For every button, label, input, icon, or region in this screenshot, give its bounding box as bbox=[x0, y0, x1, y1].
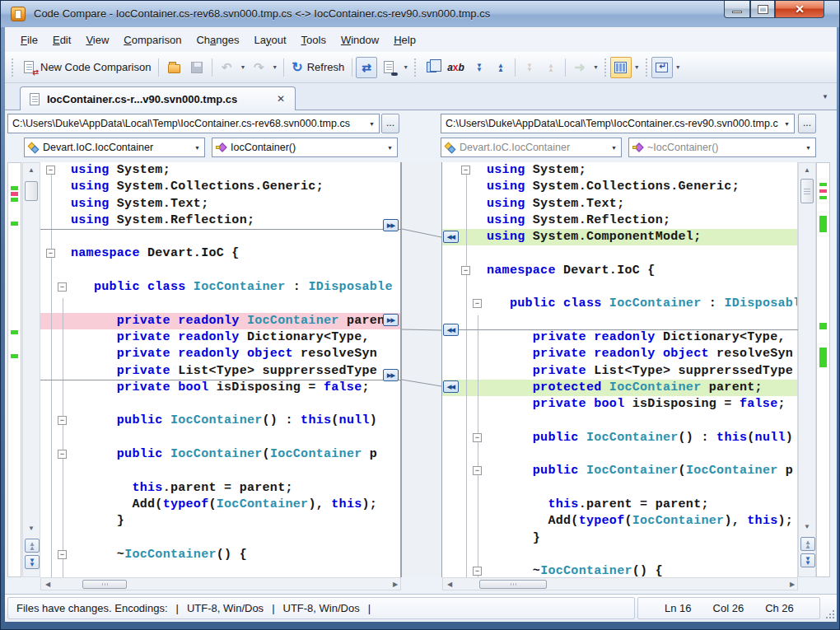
scroll-left-icon[interactable]: ◀ bbox=[443, 579, 456, 590]
code-line[interactable] bbox=[442, 480, 797, 497]
code-line[interactable]: − ~IocContainer() { bbox=[40, 547, 400, 563]
left-horizontal-scrollbar[interactable]: ◀ ▶ bbox=[40, 577, 401, 590]
scroll-left-icon[interactable]: ◀ bbox=[41, 579, 54, 590]
code-line[interactable]: −namespace Devart.IoC { bbox=[442, 263, 797, 279]
find-dropdown[interactable]: ▼ bbox=[400, 64, 411, 70]
code-line[interactable] bbox=[40, 296, 400, 312]
scroll-right-icon[interactable]: ▶ bbox=[389, 579, 402, 590]
merge-left-button[interactable]: ◀◀ bbox=[443, 324, 459, 336]
code-line[interactable]: this.parent = parent; bbox=[40, 480, 400, 497]
code-line[interactable] bbox=[442, 279, 797, 296]
fold-collapse-icon[interactable]: − bbox=[46, 249, 55, 258]
left-hscroll-thumb[interactable] bbox=[82, 580, 127, 589]
fold-collapse-icon[interactable]: − bbox=[58, 550, 67, 559]
fold-collapse-icon[interactable]: − bbox=[461, 166, 470, 175]
code-line[interactable]: − public IocContainer(IocContainer p bbox=[40, 446, 400, 463]
tab-ioccontainer[interactable]: IocContainer.cs-r...v90.svn000.tmp.cs ✕ bbox=[20, 86, 296, 110]
copy-change-button[interactable]: ➜ bbox=[569, 57, 590, 78]
left-class-combobox[interactable]: Devart.IoC.IocContainer ▼ bbox=[24, 138, 205, 157]
right-hscroll-thumb[interactable] bbox=[479, 580, 547, 589]
fold-collapse-icon[interactable]: − bbox=[58, 450, 67, 459]
code-line[interactable] bbox=[442, 413, 797, 429]
open-file-button[interactable] bbox=[162, 57, 185, 78]
merge-left-button[interactable]: ◀◀ bbox=[443, 231, 459, 243]
code-line[interactable]: using System.Reflection; bbox=[442, 212, 797, 229]
code-line[interactable]: − public class IocContainer : IDisposabl… bbox=[40, 279, 400, 296]
merge-right-button[interactable]: ▶▶ bbox=[383, 219, 399, 231]
left-prev-change-scroll-button[interactable]: ▲▲ bbox=[25, 539, 40, 553]
find-button[interactable] bbox=[377, 57, 400, 78]
titlebar[interactable]: Code Compare - IocContainer.cs-rev68.svn… bbox=[1, 1, 840, 27]
right-code-editor[interactable]: −using System;using System.Collections.G… bbox=[442, 162, 798, 577]
code-line[interactable]: private readonly object resolveSyn bbox=[40, 346, 400, 362]
tab-list-dropdown[interactable]: ▼ bbox=[822, 93, 828, 100]
scroll-up-icon[interactable]: ▲ bbox=[799, 165, 815, 176]
toolbar-grip[interactable] bbox=[604, 58, 608, 77]
code-line[interactable]: private List<Type> supprerssedType bbox=[442, 363, 797, 380]
redo-button[interactable]: ↷ bbox=[248, 57, 269, 78]
fold-collapse-icon[interactable]: − bbox=[46, 166, 55, 175]
fold-collapse-icon[interactable]: − bbox=[58, 282, 67, 292]
code-line[interactable]: Add(typeof(IocContainer), this); bbox=[40, 497, 400, 513]
right-member-dropdown-icon[interactable]: ▼ bbox=[801, 145, 815, 151]
left-code-editor[interactable]: −using System;using System.Collections.G… bbox=[40, 162, 401, 577]
close-button[interactable]: ✕ bbox=[775, 1, 824, 18]
previous-change-button[interactable]: ▲▲ bbox=[490, 57, 511, 78]
right-vertical-scrollbar[interactable]: ▲ ▼ ▲▲ ▼▼ bbox=[798, 162, 816, 577]
new-comparison-button[interactable]: ⇄ New Code Comparison bbox=[17, 57, 155, 78]
added-code-line[interactable]: protected IocContainer parent; bbox=[442, 380, 797, 396]
code-line[interactable]: private readonly Dictionary<Type, bbox=[442, 329, 797, 346]
next-conflict-button[interactable]: ▼▼ bbox=[519, 57, 540, 78]
code-line[interactable] bbox=[442, 547, 797, 563]
left-browse-button[interactable]: ... bbox=[381, 114, 399, 133]
toolbar-grip[interactable] bbox=[645, 58, 649, 77]
right-prev-change-scroll-button[interactable]: ▲▲ bbox=[800, 537, 815, 551]
menu-layout[interactable]: Layout bbox=[246, 30, 293, 49]
window-layout-dropdown[interactable]: ▼ bbox=[673, 64, 684, 70]
left-path-dropdown-icon[interactable]: ▼ bbox=[365, 121, 379, 127]
code-line[interactable]: − ~IocContainer() { bbox=[442, 563, 797, 577]
right-class-combobox[interactable]: Devart.IoC.IocContainer ▼ bbox=[441, 138, 622, 157]
code-line[interactable]: using System.Text; bbox=[442, 196, 797, 212]
code-line[interactable]: this.parent = parent; bbox=[442, 497, 797, 513]
code-line[interactable] bbox=[442, 245, 797, 262]
code-line[interactable]: − public IocContainer(IocContainer p bbox=[442, 463, 797, 479]
toolbar-grip[interactable] bbox=[11, 58, 15, 77]
menu-window[interactable]: Window bbox=[334, 30, 386, 49]
right-browse-button[interactable]: ... bbox=[798, 114, 816, 133]
fold-collapse-icon[interactable]: − bbox=[473, 433, 482, 442]
resize-grip[interactable] bbox=[824, 609, 834, 618]
undo-button[interactable]: ↶ bbox=[216, 57, 237, 78]
right-path-combobox[interactable]: ▼ bbox=[441, 114, 795, 133]
fold-collapse-icon[interactable]: − bbox=[473, 567, 482, 576]
undo-dropdown[interactable]: ▼ bbox=[237, 64, 248, 70]
right-horizontal-scrollbar[interactable]: ◀ ▶ bbox=[442, 577, 798, 590]
menu-help[interactable]: Help bbox=[386, 30, 423, 49]
refresh-button[interactable]: ↻ Refresh bbox=[287, 57, 348, 78]
right-class-dropdown-icon[interactable]: ▼ bbox=[607, 145, 621, 151]
menu-comparison[interactable]: Comparison bbox=[116, 30, 189, 49]
removed-code-line[interactable]: private readonly IocContainer parent; bbox=[40, 313, 400, 329]
right-path-input[interactable] bbox=[441, 115, 780, 132]
left-next-change-scroll-button[interactable]: ▼▼ bbox=[25, 555, 40, 569]
code-line[interactable]: using System.Collections.Generic; bbox=[442, 179, 797, 195]
scroll-down-icon[interactable]: ▼ bbox=[799, 521, 815, 533]
merge-left-button[interactable]: ◀◀ bbox=[443, 380, 459, 393]
code-line[interactable] bbox=[40, 263, 400, 279]
added-code-line[interactable]: using System.ComponentModel; bbox=[442, 229, 797, 245]
code-line[interactable]: private readonly object resolveSyn bbox=[442, 346, 797, 362]
code-line[interactable]: −using System; bbox=[40, 162, 400, 179]
code-line[interactable] bbox=[40, 396, 400, 413]
code-line[interactable] bbox=[40, 530, 400, 547]
menu-tools[interactable]: Tools bbox=[294, 30, 334, 49]
left-vertical-scrollbar[interactable]: ▲ ▼ ▲▲ ▼▼ bbox=[22, 162, 40, 577]
code-line[interactable]: private bool isDisposing = false; bbox=[40, 380, 400, 396]
structure-compare-button[interactable] bbox=[420, 57, 443, 78]
next-change-button[interactable]: ▼▼ bbox=[469, 57, 490, 78]
compare-files-button[interactable]: ⇄ bbox=[356, 57, 377, 78]
code-line[interactable]: using System.Text; bbox=[40, 196, 400, 212]
left-vscroll-thumb[interactable] bbox=[25, 181, 38, 201]
code-line[interactable]: − public class IocContainer : IDisposabl… bbox=[442, 296, 797, 312]
menu-edit[interactable]: Edit bbox=[45, 30, 78, 49]
tab-close-icon[interactable]: ✕ bbox=[275, 93, 287, 105]
